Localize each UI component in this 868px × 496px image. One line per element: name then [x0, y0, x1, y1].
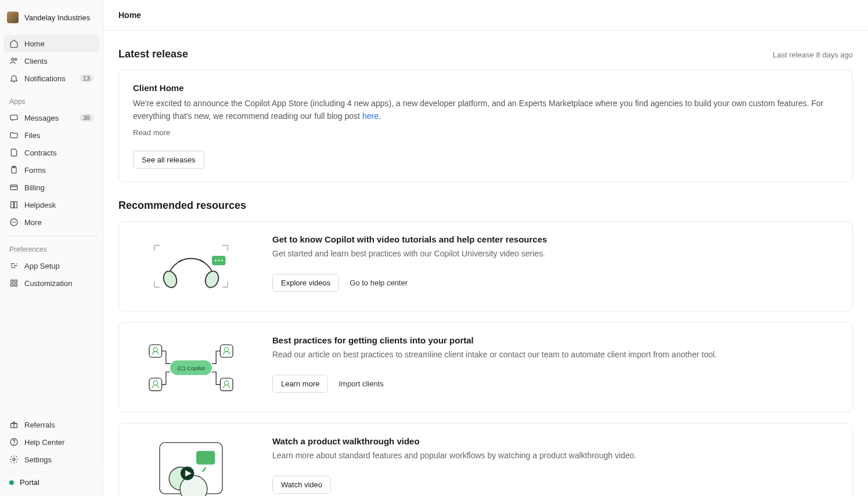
resource-title: Watch a product walkthrough video	[272, 436, 838, 446]
import-clients-button[interactable]: Import clients	[335, 375, 387, 393]
svg-rect-2	[10, 115, 17, 120]
nav-item-home[interactable]: Home	[3, 35, 99, 52]
portal-label: Portal	[20, 478, 39, 487]
nav-label: Referrals	[24, 421, 55, 429]
release-item-title: Client Home	[133, 83, 838, 93]
sliders-icon	[9, 261, 19, 270]
release-body-link[interactable]: here	[362, 111, 379, 121]
clipboard-icon	[9, 165, 19, 175]
watch-video-button[interactable]: Watch video	[272, 476, 331, 494]
svg-rect-28	[220, 345, 233, 358]
svg-point-31	[153, 381, 157, 385]
resource-title: Get to know Copilot with video tutorials…	[272, 234, 838, 244]
gear-icon	[9, 455, 19, 464]
svg-point-21	[215, 260, 217, 262]
apps-header: Apps	[3, 93, 99, 109]
nav-item-settings[interactable]: Settings	[3, 451, 99, 468]
folder-icon	[9, 131, 19, 140]
svg-point-27	[153, 347, 157, 352]
svg-point-22	[218, 260, 219, 262]
resource-desc: Learn more about standard features and p…	[272, 450, 725, 462]
nav-label: Messages	[24, 114, 59, 122]
notifications-badge: 13	[80, 74, 93, 82]
page-title: Home	[118, 10, 141, 20]
latest-release-meta: Last release 8 days ago	[773, 50, 853, 59]
nav-prefs: Preferences App Setup Customization	[0, 241, 103, 292]
learn-more-button[interactable]: Learn more	[272, 375, 328, 393]
svg-rect-13	[15, 284, 17, 286]
home-icon	[9, 39, 19, 48]
svg-rect-30	[149, 378, 162, 391]
grid-icon	[9, 278, 19, 288]
resource-card-client-intake: (C) Copilot Best practices for getting c…	[118, 322, 853, 412]
org-name: Vandelay Industries	[24, 13, 90, 22]
org-switcher[interactable]: Vandelay Industries	[0, 0, 103, 35]
resource-card-tutorials: Get to know Copilot with video tutorials…	[118, 221, 853, 312]
nav-label: Settings	[24, 455, 52, 464]
topbar: Home	[103, 0, 868, 31]
resource-title: Best practices for getting clients into …	[272, 335, 838, 345]
svg-point-0	[12, 58, 14, 60]
svg-rect-5	[10, 185, 17, 190]
svg-point-23	[221, 260, 223, 262]
nav-label: App Setup	[24, 262, 60, 270]
svg-text:(C) Copilot: (C) Copilot	[177, 365, 204, 371]
prefs-header: Preferences	[3, 241, 99, 257]
svg-point-9	[15, 222, 16, 223]
nav-label: Billing	[24, 183, 45, 192]
nav-item-messages[interactable]: Messages 38	[3, 109, 99, 126]
svg-rect-32	[220, 378, 233, 391]
svg-rect-10	[11, 280, 13, 283]
resource-card-walkthrough: Watch a product walkthrough video Learn …	[118, 423, 853, 496]
nav-label: Customization	[24, 279, 72, 288]
nav-item-customization[interactable]: Customization	[3, 274, 99, 292]
more-icon	[9, 218, 19, 227]
sidebar: Vandelay Industries Home Clients	[0, 0, 103, 496]
nav-main: Home Clients Notifications 13	[0, 35, 103, 87]
nav-item-app-setup[interactable]: App Setup	[3, 257, 99, 274]
message-icon	[9, 113, 19, 122]
svg-point-16	[14, 444, 15, 444]
svg-rect-12	[11, 284, 13, 286]
nav-item-forms[interactable]: Forms	[3, 161, 99, 179]
nav-item-notifications[interactable]: Notifications 13	[3, 70, 99, 87]
nav-label: Forms	[24, 166, 46, 175]
svg-point-1	[15, 59, 17, 60]
illustration-headphones	[133, 234, 249, 298]
nav-item-contracts[interactable]: Contracts	[3, 144, 99, 161]
org-avatar	[7, 12, 19, 23]
status-dot-icon	[9, 480, 14, 485]
nav-label: Home	[24, 39, 45, 48]
main: Home Latest release Last release 8 days …	[103, 0, 868, 496]
nav-label: Contracts	[24, 149, 57, 157]
release-body-post: .	[379, 111, 381, 121]
nav-label: Help Center	[24, 438, 64, 447]
release-card: Client Home We're excited to announce th…	[118, 70, 853, 182]
nav-item-files[interactable]: Files	[3, 126, 99, 144]
nav-item-referrals[interactable]: Referrals	[3, 416, 99, 433]
svg-rect-26	[149, 345, 162, 358]
nav-item-help-center[interactable]: Help Center	[3, 433, 99, 451]
resource-desc: Read our article on best practices to st…	[272, 349, 725, 361]
nav-item-helpdesk[interactable]: Helpdesk	[3, 196, 99, 213]
svg-rect-11	[15, 280, 17, 283]
divider	[3, 236, 99, 236]
book-icon	[9, 200, 19, 209]
nav-item-more[interactable]: More	[3, 213, 99, 231]
latest-release-title: Latest release	[118, 48, 188, 60]
svg-point-7	[12, 222, 13, 223]
read-more-link[interactable]: Read more	[133, 128, 838, 137]
messages-badge: 38	[80, 114, 93, 122]
nav-apps: Apps Messages 38 Files	[0, 93, 103, 231]
svg-point-18	[161, 270, 179, 289]
nav-label: Clients	[24, 57, 48, 66]
portal-link[interactable]: Portal	[3, 472, 99, 493]
see-all-releases-button[interactable]: See all releases	[133, 151, 204, 169]
nav-item-billing[interactable]: Billing	[3, 179, 99, 196]
nav-item-clients[interactable]: Clients	[3, 52, 99, 70]
help-center-button[interactable]: Go to help center	[346, 274, 411, 292]
nav-label: More	[24, 218, 42, 227]
explore-videos-button[interactable]: Explore videos	[272, 274, 339, 292]
nav-label: Helpdesk	[24, 201, 56, 209]
release-item-body: We're excited to announce the Copilot Ap…	[133, 97, 838, 122]
